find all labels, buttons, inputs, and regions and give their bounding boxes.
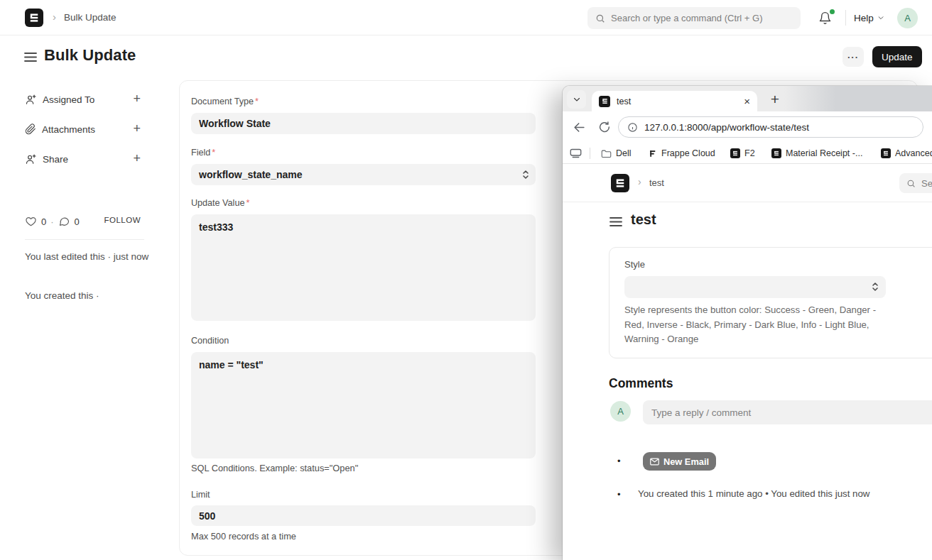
limit-input[interactable] (191, 505, 536, 526)
timeline-bullet: • (617, 489, 621, 500)
new-email-button[interactable]: New Email (643, 452, 716, 471)
erpnext-logo-icon[interactable] (611, 174, 629, 192)
chevron-right-icon: › (638, 176, 641, 187)
browser-window: test × + 127.0.0.1:8000/app/workflow-sta… (563, 86, 932, 560)
required-marker: * (212, 148, 215, 158)
side-panel-icon[interactable] (570, 146, 582, 160)
breadcrumb[interactable]: Bulk Update (64, 12, 116, 23)
tab-search-chevron-icon[interactable] (567, 90, 586, 109)
last-edited-text: You last edited this · just now (25, 250, 150, 264)
field-label: Condition (191, 336, 229, 346)
field-label: Field* (191, 148, 215, 158)
tab-title: test (617, 97, 737, 106)
notifications-bell-icon[interactable] (818, 9, 835, 26)
field-select[interactable]: workflow_state_name (191, 164, 536, 185)
comment-bubble-icon[interactable] (58, 216, 70, 227)
inner-search-text: Se (921, 178, 932, 189)
search-input[interactable] (611, 13, 793, 23)
sidebar-item-label: Share (43, 154, 68, 165)
inner-page-title: test (631, 212, 656, 228)
field-label: Update Value* (191, 198, 249, 208)
navbar-divider (845, 10, 846, 26)
erpnext-logo-icon (881, 148, 891, 158)
browser-toolbar: 127.0.0.1:8000/app/workflow-state/test (563, 111, 932, 143)
comment-avatar: A (610, 401, 631, 422)
update-button[interactable]: Update (872, 46, 922, 67)
paperclip-icon (25, 123, 36, 135)
document-reactions: 0 · 0 FOLLOW (25, 214, 140, 229)
bookmarks-bar: Dell Frappe Cloud F2 Material Receipt -.… (563, 143, 932, 164)
bookmarks-divider (590, 148, 590, 159)
inner-navbar: › test Se (563, 164, 932, 202)
frappe-logo-icon (648, 149, 657, 158)
bookmark-item[interactable]: Frappe Cloud (648, 146, 715, 160)
user-avatar[interactable]: A (897, 8, 918, 28)
sidebar-toggle-icon[interactable] (609, 216, 624, 227)
more-actions-button[interactable]: ··· (842, 47, 864, 67)
comments-count: 0 (75, 216, 80, 227)
back-icon[interactable] (570, 118, 588, 136)
chevron-down-icon (877, 14, 884, 21)
help-menu[interactable]: Help (854, 11, 884, 25)
global-search[interactable] (587, 7, 801, 29)
add-share-button[interactable]: + (133, 151, 141, 165)
condition-textarea[interactable]: name = "test" (191, 352, 536, 459)
url-bar[interactable]: 127.0.0.1:8000/app/workflow-state/test (618, 116, 923, 138)
erpnext-logo-icon[interactable] (25, 9, 43, 27)
bookmark-item[interactable]: Advanced (881, 146, 932, 160)
heart-icon[interactable] (25, 216, 37, 227)
url-text: 127.0.0.1:8000/app/workflow-state/test (644, 122, 809, 133)
erpnext-favicon-icon (599, 96, 610, 107)
sidebar-item-label: Attachments (42, 124, 95, 135)
bookmark-item[interactable]: F2 (730, 146, 755, 160)
sidebar-divider (25, 239, 144, 240)
sidebar-item-label: Assigned To (43, 94, 94, 105)
sidebar-item-assigned-to[interactable]: Assigned To + (25, 92, 140, 106)
browser-tab-strip: test × + (563, 86, 932, 111)
tab-close-icon[interactable]: × (744, 97, 750, 106)
bookmark-item[interactable]: Material Receipt -... (771, 146, 862, 160)
style-description: Style represents the button color: Succe… (624, 303, 891, 347)
add-assignment-button[interactable]: + (133, 92, 141, 106)
inner-search[interactable]: Se (899, 173, 932, 193)
likes-count: 0 (41, 216, 46, 227)
field-label: Document Type* (191, 97, 259, 106)
select-chevrons-icon (522, 170, 529, 180)
envelope-icon (650, 458, 659, 466)
screen: › Bulk Update Help A Bulk Update ··· Upd… (0, 0, 932, 560)
style-form-section: Style Style represents the button color:… (609, 247, 932, 358)
follow-button[interactable]: FOLLOW (104, 216, 141, 224)
sidebar-item-share[interactable]: Share + (25, 152, 140, 166)
user-plus-icon (25, 94, 37, 106)
new-tab-button[interactable]: + (766, 91, 784, 108)
style-select[interactable] (624, 276, 886, 298)
add-attachment-button[interactable]: + (133, 121, 141, 136)
timeline-entry: You created this 1 minute ago • You edit… (638, 488, 869, 499)
comments-heading: Comments (609, 376, 673, 391)
sidebar-toggle-icon[interactable] (24, 50, 38, 63)
count-separator: · (50, 216, 53, 227)
folder-icon (601, 149, 612, 158)
info-icon[interactable] (627, 122, 638, 133)
comment-input[interactable] (643, 400, 932, 424)
sidebar-item-attachments[interactable]: Attachments + (25, 122, 140, 136)
erpnext-logo-icon (771, 148, 781, 158)
created-text: You created this · (25, 289, 150, 303)
search-icon (906, 179, 916, 188)
erpnext-logo-icon (730, 148, 740, 158)
style-label: Style (624, 259, 645, 270)
bookmark-item[interactable]: Dell (601, 146, 632, 160)
browser-tab[interactable]: test × (592, 91, 757, 111)
chevron-right-icon: › (53, 11, 56, 23)
select-chevrons-icon (872, 282, 879, 292)
condition-help-text: SQL Conditions. Example: status="Open" (191, 463, 358, 473)
user-plus-icon (25, 153, 37, 165)
page-title: Bulk Update (44, 46, 136, 65)
update-value-textarea[interactable]: test333 (191, 214, 536, 321)
reload-icon[interactable] (595, 118, 614, 136)
notification-dot (830, 9, 835, 14)
browser-page: › test Se test Style (563, 164, 932, 560)
inner-breadcrumb[interactable]: test (649, 177, 664, 188)
search-icon (595, 13, 605, 23)
document-type-input[interactable] (191, 113, 536, 134)
